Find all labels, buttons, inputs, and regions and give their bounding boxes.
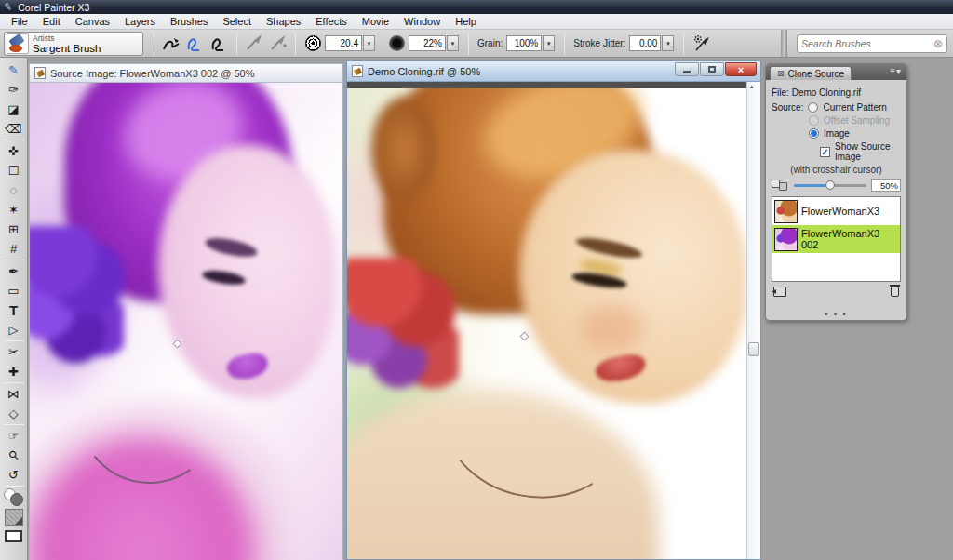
radio-current-pattern-control <box>808 102 818 113</box>
scrollbar-thumb[interactable] <box>748 342 759 356</box>
divider <box>468 33 469 55</box>
crop-tool[interactable]: # <box>3 239 25 259</box>
eraser-icon: ⌫ <box>5 122 21 136</box>
dab-preview-button[interactable] <box>266 33 290 55</box>
source-label: Source: <box>772 102 803 113</box>
menu-item-brushes[interactable]: Brushes <box>163 15 215 28</box>
dropper-tool[interactable]: ✑ <box>3 80 25 100</box>
stroke-jitter-value[interactable]: 0.00 <box>629 35 661 51</box>
brush-tool[interactable]: ✎ <box>3 60 25 80</box>
hair-curl <box>371 98 436 201</box>
grain-value[interactable]: 100% <box>506 35 542 51</box>
menu-item-edit[interactable]: Edit <box>35 15 68 28</box>
paint-bucket-tool[interactable]: ◪ <box>3 100 25 119</box>
text-tool[interactable]: T <box>3 300 25 320</box>
magnifier-tool[interactable]: ⚲ <box>3 446 25 465</box>
opacity-slider-value[interactable]: 50% <box>871 179 901 192</box>
radio-image[interactable]: Image <box>772 128 901 139</box>
brush-search-input[interactable] <box>798 38 933 49</box>
brush-search-box[interactable]: ⊗ <box>797 34 947 53</box>
menu-item-shapes[interactable]: Shapes <box>259 15 308 28</box>
tracing-paper-opacity-icon <box>772 180 790 192</box>
panel-header[interactable]: ⊠ Clone Source ≡▾ <box>766 64 906 80</box>
brush-name-label: Sargent Brush <box>33 43 101 54</box>
menu-item-movie[interactable]: Movie <box>355 15 396 28</box>
rotate-page-tool[interactable]: ↺ <box>3 465 25 485</box>
mirror-painting-tool[interactable]: ⋈ <box>3 384 25 404</box>
panel-resize-handle[interactable]: • • • <box>766 310 906 319</box>
brush-dab-stroke-button[interactable] <box>159 33 183 55</box>
stroke-jitter-dropdown[interactable]: ▼ <box>662 35 674 51</box>
add-point-tool[interactable]: ✚ <box>3 362 25 381</box>
magic-wand-tool[interactable]: ✶ <box>3 200 25 220</box>
menu-item-file[interactable]: File <box>4 15 35 28</box>
pen-tool[interactable]: ✒ <box>3 261 25 281</box>
document-icon <box>352 65 363 77</box>
menu-item-window[interactable]: Window <box>396 15 448 28</box>
selection-adjuster-tool[interactable]: ⊞ <box>3 220 25 239</box>
rect-shape-tool[interactable]: ▭ <box>3 281 25 300</box>
stroke-style-freehand-button[interactable] <box>183 33 208 55</box>
source-list-item-selected[interactable]: FlowerWomanX3 002 <box>772 225 900 253</box>
opacity-value[interactable]: 22% <box>409 35 446 51</box>
vertical-scrollbar[interactable]: ▴ <box>746 82 760 559</box>
panel-close-icon[interactable]: ⊠ <box>777 69 785 78</box>
clone-color-button[interactable] <box>242 33 266 55</box>
delete-source-button[interactable] <box>891 287 899 297</box>
source-list-item[interactable]: FlowerWomanX3 <box>772 197 900 225</box>
advanced-brush-settings-button[interactable] <box>689 33 713 55</box>
paper-selector[interactable] <box>3 507 25 527</box>
close-button[interactable]: × <box>725 62 757 76</box>
layer-adjuster-tool[interactable]: ✜ <box>3 141 25 161</box>
stroke-style-alt-button[interactable] <box>208 33 232 55</box>
radio-current-pattern[interactable]: Source: Current Pattern <box>772 102 901 113</box>
menu-item-effects[interactable]: Effects <box>308 15 354 28</box>
earring-shape <box>520 332 530 341</box>
perspective-tool[interactable]: ◇ <box>3 404 25 423</box>
source-window-title: Source Image: FlowerWomanX3 002 @ 50% <box>50 68 254 79</box>
restore-button[interactable] <box>700 62 724 76</box>
scroll-up-icon[interactable]: ▴ <box>750 83 754 90</box>
shape-selection-tool[interactable]: ▷ <box>3 320 25 340</box>
open-source-image-button[interactable] <box>773 287 786 297</box>
panel-options-icon[interactable]: ≡▾ <box>890 66 902 76</box>
color-swatch-tool[interactable] <box>3 487 25 507</box>
menu-item-layers[interactable]: Layers <box>117 15 163 28</box>
menu-item-select[interactable]: Select <box>215 15 259 28</box>
gray-brush-icon <box>244 34 264 53</box>
search-clear-icon[interactable]: ⊗ <box>933 37 943 50</box>
brush-size-dropdown[interactable]: ▼ <box>363 35 375 51</box>
app-titlebar[interactable]: ✎ Corel Painter X3 <box>0 0 953 14</box>
divider <box>4 140 24 140</box>
scissors-tool[interactable]: ✂ <box>3 342 25 362</box>
brush-dab-icon <box>161 34 181 53</box>
main-additional-color-icon <box>4 488 24 507</box>
radio-offset-sampling[interactable]: Offset Sampling <box>772 115 901 126</box>
clone-source-tab[interactable]: ⊠ Clone Source <box>770 66 852 80</box>
menu-item-help[interactable]: Help <box>448 15 484 28</box>
opacity-slider[interactable] <box>794 184 866 187</box>
lasso-tool[interactable]: ◌ <box>3 180 25 200</box>
text-tool-icon: T <box>9 302 18 318</box>
minimize-button[interactable] <box>675 62 699 76</box>
brush-size-value[interactable]: 20.4 <box>325 35 362 51</box>
source-image-canvas[interactable] <box>30 83 342 560</box>
opacity-dropdown[interactable]: ▼ <box>447 35 459 51</box>
rect-select-tool[interactable]: ☐ <box>3 161 25 180</box>
divider <box>295 33 296 55</box>
brush-selector[interactable]: Artists Sargent Brush <box>4 32 143 56</box>
clone-window-title: Demo Cloning.rif @ 50% <box>368 66 480 77</box>
source-window-titlebar[interactable]: Source Image: FlowerWomanX3 002 @ 50% <box>30 64 342 83</box>
source-item-label: FlowerWomanX3 <box>801 206 879 217</box>
shape-selection-icon: ▷ <box>9 323 19 337</box>
grabber-tool[interactable]: ☞ <box>3 426 25 446</box>
slider-thumb[interactable] <box>825 180 835 190</box>
eraser-tool[interactable]: ⌫ <box>3 119 25 139</box>
source-thumbnail <box>774 228 798 251</box>
clone-window-titlebar[interactable]: Demo Cloning.rif @ 50% × <box>347 61 760 82</box>
clone-canvas[interactable] <box>347 88 747 559</box>
grain-dropdown[interactable]: ▼ <box>543 35 555 51</box>
menu-item-canvas[interactable]: Canvas <box>68 15 117 28</box>
screen-mode-toggle[interactable] <box>3 527 25 546</box>
show-source-checkbox-row[interactable]: ✓ Show Source Image <box>772 141 901 162</box>
